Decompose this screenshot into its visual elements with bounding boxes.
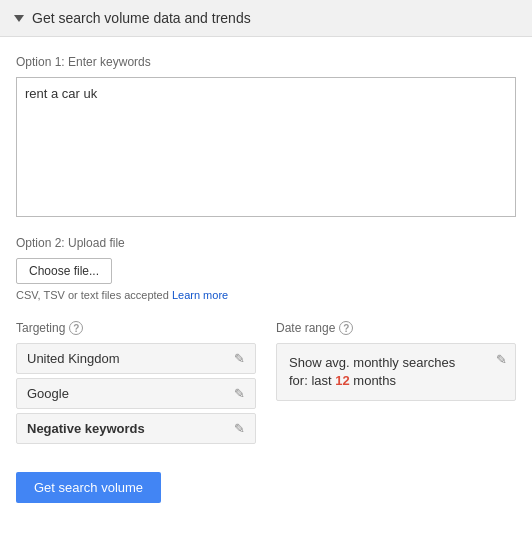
date-range-help-icon[interactable]: ? — [339, 321, 353, 335]
targeting-row-uk-text: United Kingdom — [27, 351, 120, 366]
option2-label: Option 2: Upload file — [16, 236, 516, 250]
targeting-row-negative[interactable]: Negative keywords — [16, 413, 256, 444]
targeting-row-uk[interactable]: United Kingdom — [16, 343, 256, 374]
date-range-line1: Show avg. monthly searches — [289, 355, 455, 370]
date-range-label: Date range ? — [276, 321, 516, 335]
collapse-icon[interactable] — [14, 15, 24, 22]
date-range-text: Show avg. monthly searches for: last 12 … — [289, 354, 503, 390]
date-range-line2-suffix: months — [350, 373, 396, 388]
option2-section: Option 2: Upload file Choose file... CSV… — [16, 236, 516, 301]
targeting-col: Targeting ? United Kingdom Google Negati… — [16, 321, 256, 448]
choose-file-button[interactable]: Choose file... — [16, 258, 112, 284]
date-range-line2-prefix: for: last — [289, 373, 335, 388]
targeting-row-negative-edit-icon[interactable] — [234, 421, 245, 436]
main-content: Option 1: Enter keywords Option 2: Uploa… — [0, 37, 532, 519]
get-volume-button[interactable]: Get search volume — [16, 472, 161, 503]
option1-section: Option 1: Enter keywords — [16, 55, 516, 220]
targeting-help-icon[interactable]: ? — [69, 321, 83, 335]
targeting-row-negative-text: Negative keywords — [27, 421, 145, 436]
header-title: Get search volume data and trends — [32, 10, 251, 26]
file-hint-text: CSV, TSV or text files accepted — [16, 289, 169, 301]
header-bar: Get search volume data and trends — [0, 0, 532, 37]
file-hint: CSV, TSV or text files accepted Learn mo… — [16, 289, 516, 301]
date-range-box[interactable]: Show avg. monthly searches for: last 12 … — [276, 343, 516, 401]
learn-more-link[interactable]: Learn more — [172, 289, 228, 301]
targeting-row-google-text: Google — [27, 386, 69, 401]
targeting-row-uk-edit-icon[interactable] — [234, 351, 245, 366]
targeting-row-google-edit-icon[interactable] — [234, 386, 245, 401]
keywords-textarea[interactable] — [16, 77, 516, 217]
two-col-section: Targeting ? United Kingdom Google Negati… — [16, 321, 516, 448]
option1-label: Option 1: Enter keywords — [16, 55, 516, 69]
date-range-col: Date range ? Show avg. monthly searches … — [276, 321, 516, 401]
targeting-label: Targeting ? — [16, 321, 256, 335]
date-range-edit-icon[interactable] — [496, 352, 507, 367]
targeting-row-google[interactable]: Google — [16, 378, 256, 409]
date-range-highlight: 12 — [335, 373, 349, 388]
